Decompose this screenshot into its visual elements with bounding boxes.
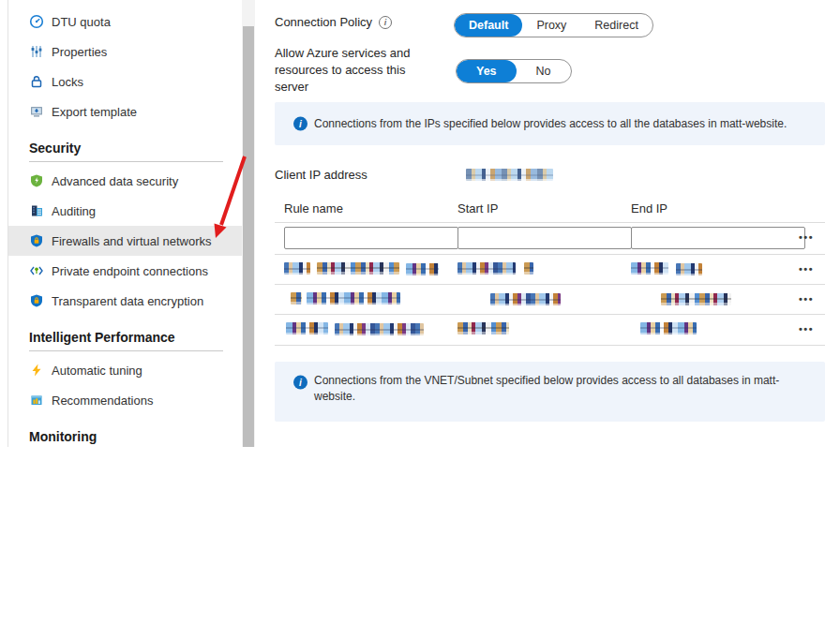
redacted-end-ip xyxy=(631,262,668,275)
info-icon: i xyxy=(293,117,308,131)
shield-lock-icon xyxy=(29,293,44,308)
column-header-start-ip: Start IP xyxy=(458,201,498,215)
sidebar-item-label: Automatic tuning xyxy=(52,364,142,378)
connection-policy-option-proxy[interactable]: Proxy xyxy=(522,14,580,37)
info-glyph: i xyxy=(384,18,387,27)
redacted-rule-name xyxy=(286,322,328,334)
sidebar-section-monitoring: Monitoring xyxy=(8,427,242,446)
sidebar-item-label: Locks xyxy=(52,75,83,89)
redacted-rule-name xyxy=(307,292,400,305)
start-ip-input[interactable] xyxy=(458,227,632,249)
sidebar-item-label: Export template xyxy=(52,105,137,119)
section-divider xyxy=(29,350,223,351)
allow-azure-option-yes[interactable]: Yes xyxy=(457,60,517,82)
table-divider xyxy=(275,222,825,223)
client-ip-address-label: Client IP address xyxy=(275,168,368,182)
redacted-end-ip xyxy=(640,322,697,334)
sidebar-item-transparent-data-encryption[interactable]: Transparent data encryption xyxy=(8,286,242,316)
sidebar-item-label: Private endpoint connections xyxy=(52,264,208,278)
column-header-rule-name: Rule name xyxy=(284,201,343,215)
sidebar-item-properties[interactable]: Properties xyxy=(8,37,242,67)
row-menu-ellipsis-icon[interactable]: ••• xyxy=(793,293,819,305)
recommendations-icon xyxy=(29,393,44,408)
connection-policy-option-default[interactable]: Default xyxy=(455,14,522,37)
sidebar-section-security: Security xyxy=(8,139,242,157)
connection-policy-option-redirect[interactable]: Redirect xyxy=(580,14,652,37)
info-tooltip-icon[interactable]: i xyxy=(379,16,392,29)
sidebar-item-label: Auditing xyxy=(52,204,96,218)
connection-policy-row: Connection Policy i xyxy=(275,15,392,29)
firewall-settings-panel: Connection Policy i Default Proxy Redire… xyxy=(275,0,825,447)
client-ip-redacted-value xyxy=(466,169,553,181)
sidebar-item-label: Transparent data encryption xyxy=(52,294,203,308)
sidebar-item-private-endpoint-connections[interactable]: Private endpoint connections xyxy=(8,256,242,286)
sliders-icon xyxy=(29,44,44,59)
connection-policy-toggle: Default Proxy Redirect xyxy=(454,13,653,37)
redacted-rule-name xyxy=(284,262,310,275)
redacted-rule-name xyxy=(335,323,424,335)
redacted-start-ip xyxy=(458,262,516,275)
row-menu-ellipsis-icon[interactable]: ••• xyxy=(793,263,819,275)
column-header-end-ip: End IP xyxy=(631,201,668,215)
sidebar-item-label: DTU quota xyxy=(52,15,111,29)
gauge-icon xyxy=(29,14,44,29)
redacted-start-ip xyxy=(524,262,533,275)
rule-name-input[interactable] xyxy=(284,227,458,249)
allow-azure-services-toggle: Yes No xyxy=(456,59,572,83)
allow-azure-services-label: Allow Azure services and resources to ac… xyxy=(275,45,434,96)
sidebar-item-label: Advanced data security xyxy=(52,174,178,188)
sidebar-item-locks[interactable]: Locks xyxy=(8,67,242,97)
redacted-start-ip xyxy=(490,293,561,305)
sidebar-item-firewalls-and-virtual-networks[interactable]: Firewalls and virtual networks xyxy=(8,226,242,256)
redacted-end-ip xyxy=(676,263,702,275)
section-divider xyxy=(29,161,223,162)
sidebar-item-label: Recommendations xyxy=(52,394,153,408)
row-menu-ellipsis-icon[interactable]: ••• xyxy=(793,231,819,243)
lightning-icon xyxy=(29,363,44,378)
shield-check-icon xyxy=(29,173,44,188)
sidebar-scrollbar-track[interactable] xyxy=(242,0,255,447)
info-glyph: i xyxy=(299,378,302,388)
resource-menu-sidebar: DTU quota Properties Locks Export templa… xyxy=(8,0,242,447)
info-banner-text: Connections from the VNET/Subnet specifi… xyxy=(314,373,788,405)
sidebar-item-auditing[interactable]: Auditing xyxy=(8,196,242,226)
table-divider xyxy=(275,284,825,285)
table-divider xyxy=(275,345,825,346)
sidebar-item-advanced-data-security[interactable]: Advanced data security xyxy=(8,166,242,196)
connection-policy-label: Connection Policy xyxy=(275,15,372,29)
azure-firewall-settings-page: DTU quota Properties Locks Export templa… xyxy=(0,0,840,639)
private-endpoint-icon xyxy=(29,263,44,278)
row-menu-ellipsis-icon[interactable]: ••• xyxy=(793,323,819,334)
sidebar-item-recommendations[interactable]: Recommendations xyxy=(8,385,242,415)
redacted-rule-name xyxy=(406,263,439,275)
info-banner-ips: i Connections from the IPs specified bel… xyxy=(275,102,825,145)
redacted-rule-name xyxy=(317,262,399,275)
redacted-end-ip xyxy=(661,293,731,305)
shield-lock-icon xyxy=(29,233,44,248)
sidebar-item-label: Firewalls and virtual networks xyxy=(52,234,212,248)
info-icon: i xyxy=(293,376,308,390)
sidebar-item-automatic-tuning[interactable]: Automatic tuning xyxy=(8,355,242,385)
table-divider xyxy=(275,314,825,315)
sidebar-item-dtu-quota[interactable]: DTU quota xyxy=(8,7,242,37)
sidebar-section-intelligent-performance: Intelligent Performance xyxy=(8,328,242,347)
info-banner-text: Connections from the IPs specified below… xyxy=(314,116,788,132)
end-ip-input[interactable] xyxy=(631,227,805,249)
table-divider xyxy=(275,254,825,255)
redacted-start-ip xyxy=(458,322,509,334)
sidebar-scrollbar-thumb[interactable] xyxy=(243,26,254,447)
info-banner-vnet: i Connections from the VNET/Subnet speci… xyxy=(275,362,825,422)
info-glyph: i xyxy=(299,119,302,129)
sidebar-item-label: Properties xyxy=(52,45,107,59)
lock-icon xyxy=(29,74,44,89)
redacted-rule-name xyxy=(291,292,302,305)
sidebar-item-export-template[interactable]: Export template xyxy=(8,97,242,126)
export-template-icon xyxy=(29,104,44,119)
audit-log-icon xyxy=(29,203,44,218)
allow-azure-option-no[interactable]: No xyxy=(517,60,571,82)
